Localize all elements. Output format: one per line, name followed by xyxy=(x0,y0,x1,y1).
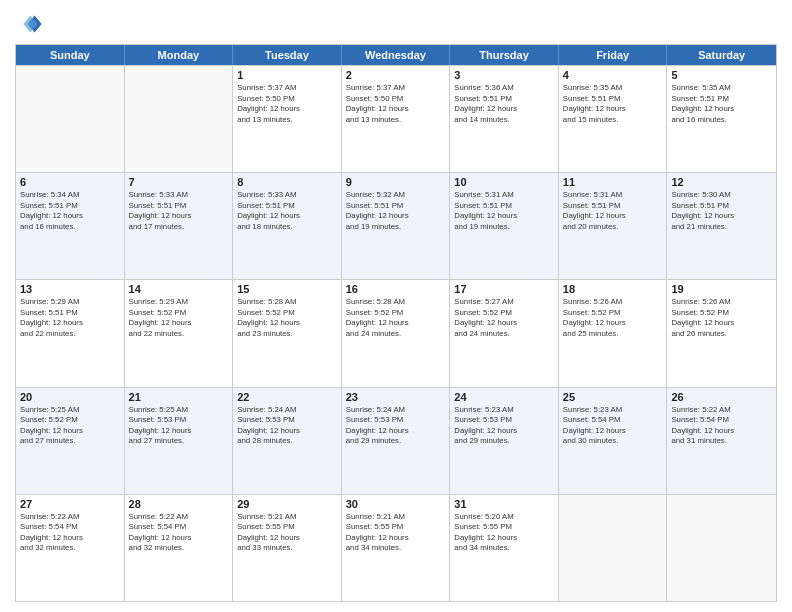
day-info: Sunrise: 5:29 AM Sunset: 5:52 PM Dayligh… xyxy=(129,297,229,339)
day-info: Sunrise: 5:34 AM Sunset: 5:51 PM Dayligh… xyxy=(20,190,120,232)
calendar-week-3: 13Sunrise: 5:29 AM Sunset: 5:51 PM Dayli… xyxy=(16,279,776,386)
day-info: Sunrise: 5:37 AM Sunset: 5:50 PM Dayligh… xyxy=(346,83,446,125)
calendar-day-11: 11Sunrise: 5:31 AM Sunset: 5:51 PM Dayli… xyxy=(559,173,668,279)
header-day-wednesday: Wednesday xyxy=(342,45,451,65)
day-info: Sunrise: 5:25 AM Sunset: 5:52 PM Dayligh… xyxy=(20,405,120,447)
day-info: Sunrise: 5:21 AM Sunset: 5:55 PM Dayligh… xyxy=(346,512,446,554)
header-day-friday: Friday xyxy=(559,45,668,65)
day-info: Sunrise: 5:29 AM Sunset: 5:51 PM Dayligh… xyxy=(20,297,120,339)
day-number: 30 xyxy=(346,498,446,510)
calendar-day-21: 21Sunrise: 5:25 AM Sunset: 5:53 PM Dayli… xyxy=(125,388,234,494)
day-number: 16 xyxy=(346,283,446,295)
calendar-day-4: 4Sunrise: 5:35 AM Sunset: 5:51 PM Daylig… xyxy=(559,66,668,172)
day-number: 31 xyxy=(454,498,554,510)
day-number: 25 xyxy=(563,391,663,403)
calendar-day-25: 25Sunrise: 5:23 AM Sunset: 5:54 PM Dayli… xyxy=(559,388,668,494)
calendar-day-6: 6Sunrise: 5:34 AM Sunset: 5:51 PM Daylig… xyxy=(16,173,125,279)
calendar-day-28: 28Sunrise: 5:22 AM Sunset: 5:54 PM Dayli… xyxy=(125,495,234,601)
day-info: Sunrise: 5:26 AM Sunset: 5:52 PM Dayligh… xyxy=(671,297,772,339)
day-number: 19 xyxy=(671,283,772,295)
day-info: Sunrise: 5:33 AM Sunset: 5:51 PM Dayligh… xyxy=(129,190,229,232)
calendar-day-12: 12Sunrise: 5:30 AM Sunset: 5:51 PM Dayli… xyxy=(667,173,776,279)
calendar-empty-cell xyxy=(16,66,125,172)
day-info: Sunrise: 5:22 AM Sunset: 5:54 PM Dayligh… xyxy=(20,512,120,554)
day-info: Sunrise: 5:27 AM Sunset: 5:52 PM Dayligh… xyxy=(454,297,554,339)
day-info: Sunrise: 5:20 AM Sunset: 5:55 PM Dayligh… xyxy=(454,512,554,554)
day-number: 21 xyxy=(129,391,229,403)
calendar-day-30: 30Sunrise: 5:21 AM Sunset: 5:55 PM Dayli… xyxy=(342,495,451,601)
day-number: 17 xyxy=(454,283,554,295)
day-info: Sunrise: 5:32 AM Sunset: 5:51 PM Dayligh… xyxy=(346,190,446,232)
header-day-sunday: Sunday xyxy=(16,45,125,65)
day-number: 20 xyxy=(20,391,120,403)
calendar-day-7: 7Sunrise: 5:33 AM Sunset: 5:51 PM Daylig… xyxy=(125,173,234,279)
calendar: SundayMondayTuesdayWednesdayThursdayFrid… xyxy=(15,44,777,602)
day-number: 7 xyxy=(129,176,229,188)
calendar-day-22: 22Sunrise: 5:24 AM Sunset: 5:53 PM Dayli… xyxy=(233,388,342,494)
calendar-day-15: 15Sunrise: 5:28 AM Sunset: 5:52 PM Dayli… xyxy=(233,280,342,386)
logo xyxy=(15,10,45,38)
day-number: 29 xyxy=(237,498,337,510)
calendar-day-2: 2Sunrise: 5:37 AM Sunset: 5:50 PM Daylig… xyxy=(342,66,451,172)
header-day-tuesday: Tuesday xyxy=(233,45,342,65)
day-number: 24 xyxy=(454,391,554,403)
calendar-day-29: 29Sunrise: 5:21 AM Sunset: 5:55 PM Dayli… xyxy=(233,495,342,601)
calendar-day-24: 24Sunrise: 5:23 AM Sunset: 5:53 PM Dayli… xyxy=(450,388,559,494)
calendar-day-23: 23Sunrise: 5:24 AM Sunset: 5:53 PM Dayli… xyxy=(342,388,451,494)
day-info: Sunrise: 5:37 AM Sunset: 5:50 PM Dayligh… xyxy=(237,83,337,125)
calendar-week-4: 20Sunrise: 5:25 AM Sunset: 5:52 PM Dayli… xyxy=(16,387,776,494)
day-number: 18 xyxy=(563,283,663,295)
day-info: Sunrise: 5:24 AM Sunset: 5:53 PM Dayligh… xyxy=(237,405,337,447)
day-info: Sunrise: 5:25 AM Sunset: 5:53 PM Dayligh… xyxy=(129,405,229,447)
calendar-day-18: 18Sunrise: 5:26 AM Sunset: 5:52 PM Dayli… xyxy=(559,280,668,386)
header xyxy=(15,10,777,38)
day-number: 22 xyxy=(237,391,337,403)
day-number: 5 xyxy=(671,69,772,81)
header-day-thursday: Thursday xyxy=(450,45,559,65)
day-info: Sunrise: 5:28 AM Sunset: 5:52 PM Dayligh… xyxy=(346,297,446,339)
logo-icon xyxy=(15,10,43,38)
calendar-day-31: 31Sunrise: 5:20 AM Sunset: 5:55 PM Dayli… xyxy=(450,495,559,601)
calendar-day-20: 20Sunrise: 5:25 AM Sunset: 5:52 PM Dayli… xyxy=(16,388,125,494)
calendar-day-1: 1Sunrise: 5:37 AM Sunset: 5:50 PM Daylig… xyxy=(233,66,342,172)
day-info: Sunrise: 5:33 AM Sunset: 5:51 PM Dayligh… xyxy=(237,190,337,232)
calendar-day-14: 14Sunrise: 5:29 AM Sunset: 5:52 PM Dayli… xyxy=(125,280,234,386)
day-info: Sunrise: 5:26 AM Sunset: 5:52 PM Dayligh… xyxy=(563,297,663,339)
day-info: Sunrise: 5:21 AM Sunset: 5:55 PM Dayligh… xyxy=(237,512,337,554)
day-number: 6 xyxy=(20,176,120,188)
calendar-day-10: 10Sunrise: 5:31 AM Sunset: 5:51 PM Dayli… xyxy=(450,173,559,279)
day-info: Sunrise: 5:22 AM Sunset: 5:54 PM Dayligh… xyxy=(671,405,772,447)
day-info: Sunrise: 5:35 AM Sunset: 5:51 PM Dayligh… xyxy=(671,83,772,125)
day-info: Sunrise: 5:24 AM Sunset: 5:53 PM Dayligh… xyxy=(346,405,446,447)
day-number: 10 xyxy=(454,176,554,188)
calendar-empty-cell xyxy=(667,495,776,601)
day-number: 8 xyxy=(237,176,337,188)
day-info: Sunrise: 5:23 AM Sunset: 5:54 PM Dayligh… xyxy=(563,405,663,447)
calendar-week-5: 27Sunrise: 5:22 AM Sunset: 5:54 PM Dayli… xyxy=(16,494,776,601)
calendar-day-26: 26Sunrise: 5:22 AM Sunset: 5:54 PM Dayli… xyxy=(667,388,776,494)
day-number: 13 xyxy=(20,283,120,295)
calendar-day-13: 13Sunrise: 5:29 AM Sunset: 5:51 PM Dayli… xyxy=(16,280,125,386)
calendar-day-9: 9Sunrise: 5:32 AM Sunset: 5:51 PM Daylig… xyxy=(342,173,451,279)
day-info: Sunrise: 5:23 AM Sunset: 5:53 PM Dayligh… xyxy=(454,405,554,447)
calendar-week-2: 6Sunrise: 5:34 AM Sunset: 5:51 PM Daylig… xyxy=(16,172,776,279)
day-info: Sunrise: 5:22 AM Sunset: 5:54 PM Dayligh… xyxy=(129,512,229,554)
header-day-saturday: Saturday xyxy=(667,45,776,65)
calendar-day-27: 27Sunrise: 5:22 AM Sunset: 5:54 PM Dayli… xyxy=(16,495,125,601)
calendar-day-16: 16Sunrise: 5:28 AM Sunset: 5:52 PM Dayli… xyxy=(342,280,451,386)
day-info: Sunrise: 5:28 AM Sunset: 5:52 PM Dayligh… xyxy=(237,297,337,339)
day-number: 28 xyxy=(129,498,229,510)
day-number: 14 xyxy=(129,283,229,295)
calendar-day-8: 8Sunrise: 5:33 AM Sunset: 5:51 PM Daylig… xyxy=(233,173,342,279)
day-number: 4 xyxy=(563,69,663,81)
day-number: 3 xyxy=(454,69,554,81)
day-number: 11 xyxy=(563,176,663,188)
calendar-empty-cell xyxy=(559,495,668,601)
day-info: Sunrise: 5:31 AM Sunset: 5:51 PM Dayligh… xyxy=(454,190,554,232)
day-info: Sunrise: 5:30 AM Sunset: 5:51 PM Dayligh… xyxy=(671,190,772,232)
day-number: 26 xyxy=(671,391,772,403)
calendar-day-17: 17Sunrise: 5:27 AM Sunset: 5:52 PM Dayli… xyxy=(450,280,559,386)
day-number: 1 xyxy=(237,69,337,81)
day-number: 27 xyxy=(20,498,120,510)
day-number: 2 xyxy=(346,69,446,81)
